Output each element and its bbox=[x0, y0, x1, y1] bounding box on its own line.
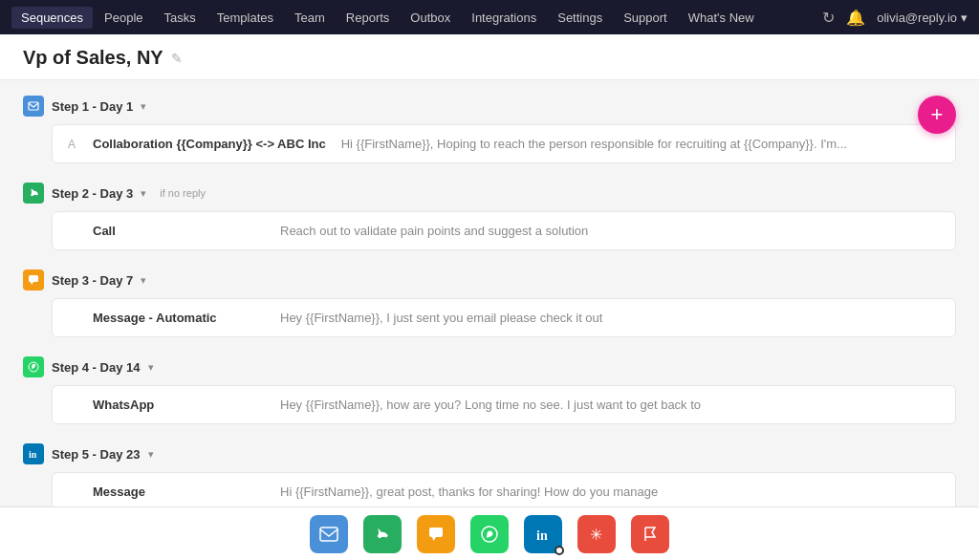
step-4-label: Step 4 - Day 14 bbox=[52, 360, 141, 375]
phone-tool-button[interactable] bbox=[363, 515, 402, 553]
nav-settings[interactable]: Settings bbox=[548, 7, 612, 29]
step-block-3: Step 3 - Day 7 ▾ Message - Automatic Hey… bbox=[23, 269, 956, 337]
email-tool-button[interactable] bbox=[310, 515, 348, 553]
step-block-2: Step 2 - Day 3 ▾ if no reply Call Reach … bbox=[23, 183, 956, 250]
step-4-subject: WhatsApp bbox=[93, 398, 265, 412]
step-2-preview: Reach out to validate pain points and su… bbox=[280, 224, 588, 238]
step-2-header: Step 2 - Day 3 ▾ if no reply bbox=[23, 183, 956, 204]
step-5-chevron[interactable]: ▾ bbox=[148, 448, 154, 461]
svg-rect-1 bbox=[29, 275, 38, 282]
step-5-header: in Step 5 - Day 23 ▾ bbox=[23, 443, 956, 464]
nav-integrations[interactable]: Integrations bbox=[462, 7, 546, 29]
step-1-icon bbox=[23, 96, 44, 117]
nav-whats-new[interactable]: What's New bbox=[679, 7, 764, 29]
svg-rect-4 bbox=[320, 528, 337, 541]
step-2-badge: if no reply bbox=[160, 187, 206, 199]
step-5-preview: Hi {{FirstName}}, great post, thanks for… bbox=[280, 485, 658, 499]
page-title: Vp of Sales, NY bbox=[23, 47, 163, 69]
svg-text:in: in bbox=[536, 528, 548, 543]
step-4-card[interactable]: WhatsApp Hey {{FirstName}}, how are you?… bbox=[52, 385, 956, 424]
step-2-icon bbox=[23, 183, 44, 204]
nav-reports[interactable]: Reports bbox=[337, 7, 400, 29]
refresh-icon[interactable]: ↻ bbox=[822, 9, 835, 27]
nav-people[interactable]: People bbox=[95, 7, 152, 29]
step-1-header: Step 1 - Day 1 ▾ bbox=[23, 96, 956, 117]
step-3-card[interactable]: Message - Automatic Hey {{FirstName}}, I… bbox=[52, 298, 956, 337]
flag-tool-button[interactable] bbox=[631, 515, 669, 553]
step-1-chevron[interactable]: ▾ bbox=[141, 100, 146, 113]
step-block-5: in Step 5 - Day 23 ▾ Message Hi {{FirstN… bbox=[23, 443, 956, 506]
step-4-preview: Hey {{FirstName}}, how are you? Long tim… bbox=[280, 398, 701, 412]
top-nav: Sequences People Tasks Templates Team Re… bbox=[0, 0, 979, 34]
svg-text:in: in bbox=[29, 449, 37, 460]
page-header: Vp of Sales, NY ✎ bbox=[0, 34, 979, 80]
add-fab-button[interactable]: + bbox=[918, 96, 956, 134]
step-2-label: Step 2 - Day 3 bbox=[52, 186, 133, 201]
step-3-label: Step 3 - Day 7 bbox=[52, 273, 133, 288]
nav-outbox[interactable]: Outbox bbox=[401, 7, 460, 29]
nav-sequences[interactable]: Sequences bbox=[11, 7, 93, 29]
nav-team[interactable]: Team bbox=[285, 7, 335, 29]
user-email: olivia@reply.io bbox=[877, 11, 957, 25]
step-5-card[interactable]: Message Hi {{FirstName}}, great post, th… bbox=[52, 472, 956, 506]
step-4-header: Step 4 - Day 14 ▾ bbox=[23, 356, 956, 377]
chat-tool-button[interactable] bbox=[417, 515, 455, 553]
nav-templates[interactable]: Templates bbox=[207, 7, 283, 29]
user-menu[interactable]: olivia@reply.io ▾ bbox=[877, 11, 968, 25]
user-chevron-icon: ▾ bbox=[961, 11, 968, 25]
nav-tasks[interactable]: Tasks bbox=[155, 7, 206, 29]
edit-icon[interactable]: ✎ bbox=[171, 51, 183, 66]
step-3-icon bbox=[23, 269, 44, 291]
nav-support[interactable]: Support bbox=[614, 7, 677, 29]
step-1-preview: Hi {{FirstName}}, Hoping to reach the pe… bbox=[341, 137, 847, 151]
asterisk-tool-button[interactable]: ✳ bbox=[577, 515, 616, 553]
step-1-label: Step 1 - Day 1 bbox=[52, 99, 133, 114]
svg-rect-5 bbox=[429, 528, 443, 537]
step-2-card[interactable]: Call Reach out to validate pain points a… bbox=[52, 211, 956, 250]
svg-text:✳: ✳ bbox=[590, 527, 602, 543]
step-3-preview: Hey {{FirstName}}, I just sent you email… bbox=[280, 311, 602, 325]
step-3-subject: Message - Automatic bbox=[93, 311, 265, 325]
step-3-header: Step 3 - Day 7 ▾ bbox=[23, 269, 956, 291]
step-3-chevron[interactable]: ▾ bbox=[141, 274, 146, 287]
svg-rect-0 bbox=[29, 102, 38, 110]
step-5-label: Step 5 - Day 23 bbox=[52, 447, 141, 462]
bell-icon[interactable]: 🔔 bbox=[846, 9, 865, 27]
step-1-subject: Collaboration {{Company}} <-> ABC Inc bbox=[93, 137, 326, 151]
step-5-subject: Message bbox=[93, 485, 265, 499]
step-4-chevron[interactable]: ▾ bbox=[148, 361, 154, 374]
step-block-4: Step 4 - Day 14 ▾ WhatsApp Hey {{FirstNa… bbox=[23, 356, 956, 424]
step-2-subject: Call bbox=[93, 224, 265, 238]
step-1-sender: A bbox=[68, 138, 77, 151]
linkedin-tool-button[interactable]: in bbox=[524, 515, 562, 553]
step-1-card[interactable]: A Collaboration {{Company}} <-> ABC Inc … bbox=[52, 124, 956, 163]
step-4-icon bbox=[23, 356, 44, 377]
bottom-toolbar: in ✳ bbox=[0, 506, 979, 560]
whatsapp-tool-button[interactable] bbox=[470, 515, 509, 553]
step-block-1: Step 1 - Day 1 ▾ A Collaboration {{Compa… bbox=[23, 96, 956, 163]
step-5-icon: in bbox=[23, 443, 44, 464]
step-2-chevron[interactable]: ▾ bbox=[141, 187, 146, 200]
main-content: + Step 1 - Day 1 ▾ A Collaboration {{Com… bbox=[0, 80, 979, 506]
nav-right: ↻ 🔔 olivia@reply.io ▾ bbox=[822, 9, 968, 27]
